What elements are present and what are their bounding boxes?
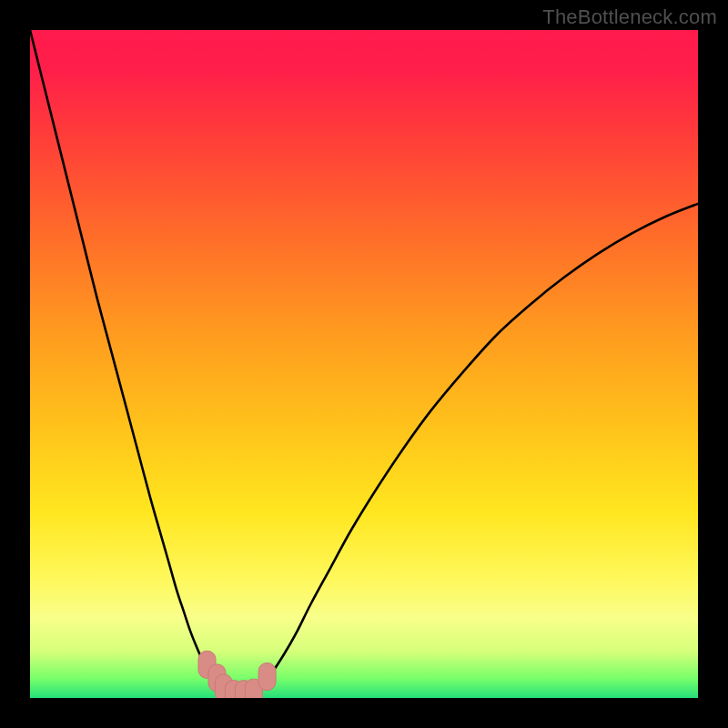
curve-marker: [258, 663, 276, 691]
gradient-background: [30, 30, 698, 698]
chart-frame: TheBottleneck.com: [0, 0, 728, 728]
plot-area: [30, 30, 698, 698]
watermark-text: TheBottleneck.com: [542, 5, 717, 29]
plot-svg: [30, 30, 698, 698]
